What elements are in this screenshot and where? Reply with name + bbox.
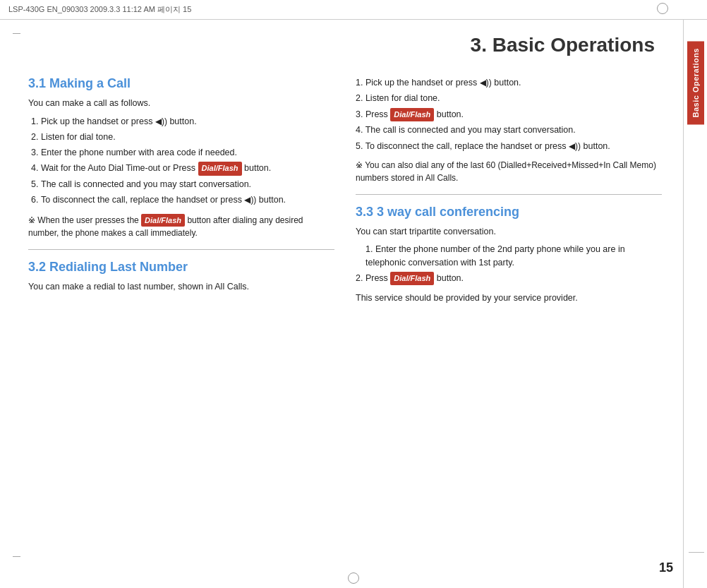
- corner-mark-top-right: [657, 3, 668, 14]
- section-32-heading: 3.2 Redialing Last Number: [28, 260, 334, 275]
- step-4-text: Wait for the Auto Dial Time-out or Press: [41, 163, 198, 173]
- section-33-step-2-suffix: button.: [437, 273, 464, 283]
- right-step-5: 5. To disconnect the call, replace the h…: [356, 140, 662, 153]
- divider-33: [356, 194, 662, 195]
- step-1-block: 1. Enter the phone number of the 2nd par…: [356, 243, 662, 270]
- two-column-layout: 3.1 Making a Call You can make a call as…: [28, 76, 662, 309]
- section-33: 3.3 3 way call conferencing You can star…: [356, 205, 662, 305]
- right-column: 1. Pick up the handset or press ◀)) butt…: [356, 76, 662, 309]
- step-6-text: To disconnect the call, replace the hand…: [41, 195, 244, 205]
- step-1: Pick up the handset or press ◀)) button.: [41, 114, 334, 128]
- right-step-1-text: 1. Pick up the handset or press: [356, 78, 480, 88]
- divider-32: [28, 249, 334, 250]
- right-step-5-text: 5. To disconnect the call, replace the h…: [356, 141, 569, 151]
- right-step-5-suffix: button.: [584, 141, 610, 151]
- section-32-body: You can make a redial to last number, sh…: [28, 280, 334, 294]
- right-step-2-text: 2. Listen for dial tone.: [356, 93, 440, 103]
- top-bar: LSP-430G EN_090303 2009.3.3 11:12 AM 페이지…: [0, 0, 707, 20]
- sidebar-bottom-line: [689, 552, 704, 553]
- step-4: Wait for the Auto Dial Time-out or Press…: [41, 161, 334, 176]
- dial-flash-badge-1: Dial/Flash: [198, 162, 242, 176]
- step-3: Enter the phone number with area code if…: [41, 145, 334, 160]
- right-step-4-text: 4. The call is connected and you may sta…: [356, 125, 576, 135]
- right-step-3: 3. Press Dial/Flash button.: [356, 108, 662, 121]
- right-sidebar: Basic Operations: [683, 20, 707, 588]
- step-2: Listen for dial tone.: [41, 130, 334, 144]
- right-step-1-suffix: button.: [494, 78, 521, 88]
- step-1-suffix: button.: [169, 116, 196, 126]
- right-step-2: 2. Listen for dial tone.: [356, 92, 662, 105]
- section-33-step-1: 1. Enter the phone number of the 2nd par…: [356, 243, 662, 270]
- page-title: 3. Basic Operations: [28, 34, 655, 56]
- section-33-intro: You can start tripartite conversation.: [356, 225, 662, 239]
- section-31: 3.1 Making a Call You can make a call as…: [28, 76, 334, 239]
- step-1-text: Pick up the handset or press: [41, 116, 155, 126]
- sidebar-tab-label: Basic Operations: [687, 41, 704, 124]
- note-asterisk-1: ※: [28, 215, 37, 225]
- section-33-step-2-text: 2. Press: [356, 273, 390, 283]
- section-33-step-1-text: 1. Enter the phone number of the 2nd par…: [365, 244, 625, 268]
- section-33-heading: 3.3 3 way call conferencing: [356, 205, 662, 220]
- right-col-note: ※ You can also dial any of the last 60 (…: [356, 159, 662, 184]
- speaker-icon-2: ◀)): [244, 195, 256, 205]
- right-steps-list: 1. Pick up the handset or press ◀)) butt…: [356, 76, 662, 153]
- speaker-icon-4: ◀)): [569, 141, 581, 151]
- section-33-footer: This service should be provided by your …: [356, 292, 662, 305]
- step-4-suffix: button.: [244, 163, 271, 173]
- dial-flash-badge-4: Dial/Flash: [390, 272, 434, 285]
- note-asterisk-2: ※: [356, 160, 365, 170]
- section-31-heading: 3.1 Making a Call: [28, 76, 334, 91]
- dial-flash-badge-3: Dial/Flash: [390, 108, 434, 121]
- right-step-4: 4. The call is connected and you may sta…: [356, 124, 662, 137]
- left-column: 3.1 Making a Call You can make a call as…: [28, 76, 334, 309]
- section-32: 3.2 Redialing Last Number You can make a…: [28, 260, 334, 294]
- top-bar-text: LSP-430G EN_090303 2009.3.3 11:12 AM 페이지…: [8, 4, 191, 15]
- step-6-suffix: button.: [259, 195, 286, 205]
- main-content: 3. Basic Operations 3.1 Making a Call Yo…: [0, 20, 683, 588]
- dial-flash-badge-2: Dial/Flash: [141, 214, 185, 227]
- section-31-steps: Pick up the handset or press ◀)) button.…: [28, 114, 334, 207]
- section-33-steps: 1. Enter the phone number of the 2nd par…: [356, 243, 662, 286]
- step-5: The call is connected and you may start …: [41, 177, 334, 191]
- right-col-list: 1. Pick up the handset or press ◀)) butt…: [356, 76, 662, 184]
- right-col-note-text: You can also dial any of the last 60 (Di…: [356, 160, 656, 183]
- section-31-note: ※ When the user presses the Dial/Flash b…: [28, 214, 334, 240]
- section-31-intro: You can make a call as follows.: [28, 97, 334, 110]
- note-text-1: When the user presses the: [37, 215, 141, 225]
- right-step-3-suffix: button.: [437, 109, 464, 119]
- step-6: To disconnect the call, replace the hand…: [41, 193, 334, 207]
- right-step-1: 1. Pick up the handset or press ◀)) butt…: [356, 76, 662, 90]
- speaker-icon-1: ◀)): [155, 116, 167, 126]
- right-step-3-text: 3. Press: [356, 109, 390, 119]
- speaker-icon-3: ◀)): [480, 78, 492, 88]
- section-33-step-2: 2. Press Dial/Flash button.: [356, 272, 662, 285]
